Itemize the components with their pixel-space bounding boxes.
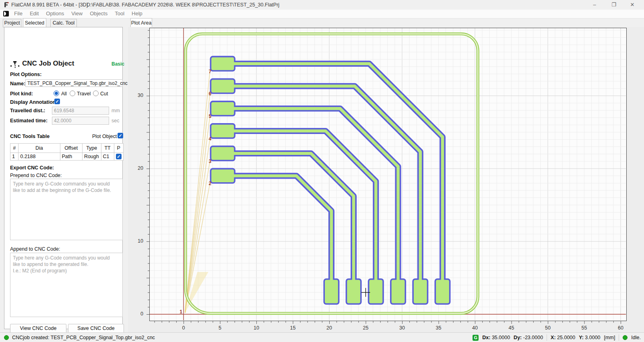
grid-snap-icon[interactable]: G	[473, 335, 479, 341]
col-num: #	[10, 144, 19, 153]
y-tick-label: 10	[133, 238, 143, 244]
window-title: FlatCAM 8.991 BETA - 64bit - [3D]	[11, 2, 88, 8]
tab-calc-tool[interactable]: Calc. Tool	[50, 19, 77, 27]
y-axis-ticks	[145, 28, 149, 321]
cell-num[interactable]: 1	[10, 153, 19, 161]
radio-cut[interactable]	[93, 91, 99, 96]
cell-dia[interactable]: 0.2188	[19, 153, 60, 161]
flatcam-window: FlatCAM 8.991 BETA - 64bit - [3D] D:\FAB…	[0, 0, 644, 342]
cnc-tools-table: # Dia Offset Type TT P 1 0.2188 Path Rou…	[10, 143, 124, 161]
tools-table-label: CNC Tools Table	[10, 134, 50, 139]
radio-cut-label[interactable]: Cut	[100, 91, 108, 97]
radio-travel-label[interactable]: Travel	[77, 91, 91, 97]
plot-row-checkbox[interactable]: ✓	[116, 154, 122, 159]
menu-edit[interactable]: Edit	[26, 10, 42, 17]
plot-canvas-frame[interactable]: 2345671	[149, 28, 627, 321]
menu-objects[interactable]: Objects	[86, 10, 111, 17]
append-label: Append to CNC Code:	[10, 246, 60, 252]
svg-text:7: 7	[208, 69, 211, 74]
flatcam-logo-icon	[3, 2, 10, 8]
separator	[619, 334, 619, 341]
menu-items: FileEditOptionsViewObjectsToolHelp	[10, 10, 146, 17]
dx-value: 35.0000	[492, 335, 510, 340]
table-header-row: # Dia Offset Type TT P	[10, 144, 124, 153]
y-label: Y:	[579, 335, 584, 340]
status-bar: CNCjob created: TEST_PCB_Copper_Signal_T…	[0, 332, 644, 342]
svg-text:1: 1	[180, 309, 182, 315]
svg-text:5: 5	[208, 113, 211, 119]
svg-text:4: 4	[208, 136, 211, 142]
time-unit: sec	[111, 118, 119, 124]
title-bar: FlatCAM 8.991 BETA - 64bit - [3D] D:\FAB…	[0, 0, 644, 10]
name-label: Name:	[10, 81, 25, 87]
separator	[547, 334, 547, 341]
document-icon	[3, 11, 9, 16]
x-tick-label: 5	[213, 325, 227, 331]
travelled-unit: mm	[111, 108, 120, 113]
col-dia: Dia	[19, 144, 60, 153]
radio-all[interactable]	[54, 91, 59, 96]
x-tick-label: 40	[468, 325, 482, 331]
tab-selected[interactable]: Selected	[23, 18, 46, 28]
menu-options[interactable]: Options	[42, 10, 68, 17]
dy-label: Dy:	[514, 335, 522, 340]
x-tick-label: 10	[250, 325, 263, 331]
svg-text:3: 3	[208, 159, 211, 164]
name-input[interactable]: TEST_PCB_Copper_Signal_Top.gbr_iso2_cnc	[25, 79, 123, 87]
y-tick-label: 30	[133, 93, 143, 98]
menu-help[interactable]: Help	[128, 10, 146, 17]
menu-view[interactable]: View	[68, 10, 86, 17]
append-textarea[interactable]: Type here any G-Code commands you would …	[10, 253, 123, 317]
x-tick-label: 25	[359, 325, 373, 331]
idle-status-icon	[623, 335, 627, 340]
col-type: Type	[82, 144, 101, 153]
menu-bar: FileEditOptionsViewObjectsToolHelp	[0, 10, 644, 19]
x-tick-label: 55	[578, 325, 591, 331]
cell-type[interactable]: Rough	[82, 153, 101, 161]
status-message: CNCjob created: TEST_PCB_Copper_Signal_T…	[12, 335, 155, 340]
estimated-time-label: Estimated time:	[10, 118, 47, 124]
minimize-button[interactable]: –	[585, 0, 604, 10]
menu-tool[interactable]: Tool	[111, 10, 128, 17]
menu-file[interactable]: File	[10, 10, 26, 17]
pcb-plot-canvas[interactable]: 2345671	[150, 28, 626, 320]
display-annotation-label: Display Annotation:	[10, 99, 58, 105]
radio-all-label[interactable]: All	[61, 91, 67, 97]
display-annotation-checkbox[interactable]: ✓	[54, 99, 60, 104]
estimated-time-field: 42.0000	[52, 117, 109, 125]
table-row[interactable]: 1 0.2188 Path Rough C1 ✓	[10, 153, 124, 161]
x-label: X:	[551, 335, 556, 340]
col-p: P	[114, 144, 123, 153]
cell-offset[interactable]: Path	[60, 153, 82, 161]
plot-area[interactable]: 2345671 051015202530354045505560 0102030	[128, 27, 644, 332]
x-tick-label: 45	[505, 325, 518, 331]
radio-travel[interactable]	[70, 91, 75, 96]
svg-text:2: 2	[208, 181, 211, 186]
x-tick-label: 35	[432, 325, 446, 331]
plot-kind-label: Plot kind:	[10, 91, 33, 97]
prepend-textarea[interactable]: Type here any G-Code commands you would …	[10, 179, 123, 240]
tab-plot-area[interactable]: Plot Area	[130, 18, 152, 28]
travelled-dist-label: Travelled dist.:	[10, 108, 45, 113]
prepend-label: Prepend to CNC Code:	[10, 173, 62, 178]
status-coordinates: G Dx: 35.0000 Dy: -23.0000 X: 25.0000 Y:…	[473, 333, 641, 342]
app-level-badge[interactable]: Basic	[111, 61, 124, 67]
x-axis-ticks	[149, 321, 627, 325]
restore-button[interactable]: ❐	[605, 0, 623, 10]
plot-object-checkbox[interactable]: ✓	[118, 133, 123, 138]
plot-object-label: Plot Object	[92, 134, 117, 139]
project-path: D:\FABLAB\38. FABACADEMY 2026\8. WEEK 8\…	[87, 2, 279, 8]
x-tick-label: 0	[177, 325, 190, 331]
tab-project[interactable]: Project	[3, 19, 21, 27]
dx-label: Dx:	[482, 335, 490, 340]
y-value: 3.0000	[585, 335, 600, 340]
close-button[interactable]: ✕	[623, 0, 642, 10]
cell-tt[interactable]: C1	[101, 153, 114, 161]
col-tt: TT	[101, 144, 114, 153]
status-ok-icon	[4, 335, 9, 340]
x-tick-label: 60	[614, 325, 627, 331]
x-value: 25.0000	[557, 335, 575, 340]
dy-value: -23.0000	[523, 335, 543, 340]
cnc-job-panel: CNC Job Object Basic Plot Options: Name:…	[4, 27, 123, 329]
export-cnc-label: Export CNC Code:	[10, 165, 54, 171]
